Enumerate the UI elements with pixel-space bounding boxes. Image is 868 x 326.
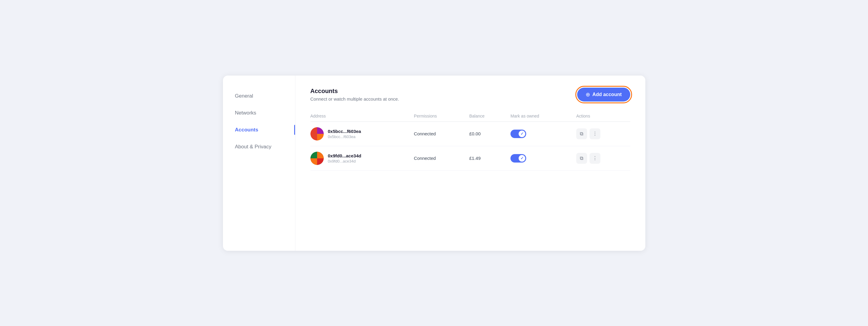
address-cell-2: 0x9fd0...ace34d 0x9fd0...ace34d <box>310 146 410 170</box>
sidebar-item-general[interactable]: General <box>223 88 295 105</box>
page-subtitle: Connect or watch multiple accounts at on… <box>310 97 399 102</box>
col-actions: Actions <box>572 111 630 122</box>
actions-cell-2: ⧉ ⋮ <box>572 146 630 170</box>
copy-button-1[interactable]: ⧉ <box>576 128 587 139</box>
check-icon-1: ✓ <box>521 131 524 136</box>
header-text: Accounts Connect or watch multiple accou… <box>310 88 399 102</box>
col-balance: Balance <box>466 111 507 122</box>
col-address: Address <box>310 111 410 122</box>
copy-icon-1: ⧉ <box>580 131 583 137</box>
toggle-cell-2: ✓ <box>507 146 572 170</box>
sidebar: General Networks Accounts About & Privac… <box>223 76 296 251</box>
check-icon-2: ✓ <box>521 156 524 160</box>
actions-cell-1: ⧉ ⋮ <box>572 121 630 146</box>
accounts-table: Address Permissions Balance Mark as owne… <box>310 111 630 171</box>
settings-container: General Networks Accounts About & Privac… <box>223 76 645 251</box>
col-permissions: Permissions <box>410 111 466 122</box>
dots-icon-2: ⋮ <box>593 155 597 161</box>
address-cell-1: 0x5bcc...f603ea 0x5bcc...f603ea <box>310 121 410 146</box>
permissions-cell-1: Connected <box>410 121 466 146</box>
toggle-knob-1: ✓ <box>519 131 525 137</box>
avatar-1 <box>310 127 324 140</box>
sidebar-item-about-privacy[interactable]: About & Privacy <box>223 138 295 155</box>
col-mark-as-owned: Mark as owned <box>507 111 572 122</box>
table-row: 0x9fd0...ace34d 0x9fd0...ace34d Connecte… <box>310 146 630 170</box>
more-options-button-1[interactable]: ⋮ <box>590 128 600 139</box>
table-row: 0x5bcc...f603ea 0x5bcc...f603ea Connecte… <box>310 121 630 146</box>
permissions-cell-2: Connected <box>410 146 466 170</box>
main-content: Accounts Connect or watch multiple accou… <box>296 76 645 251</box>
avatar-2 <box>310 152 324 165</box>
add-account-button[interactable]: ⊕ Add account <box>577 88 630 102</box>
address-sub-1: 0x5bcc...f603ea <box>328 134 361 139</box>
sidebar-item-accounts[interactable]: Accounts <box>223 121 295 138</box>
dots-icon-1: ⋮ <box>593 131 597 137</box>
address-sub-2: 0x9fd0...ace34d <box>328 159 362 163</box>
copy-button-2[interactable]: ⧉ <box>576 153 587 164</box>
balance-cell-2: £1.49 <box>466 146 507 170</box>
toggle-cell-1: ✓ <box>507 121 572 146</box>
page-header: Accounts Connect or watch multiple accou… <box>310 88 630 102</box>
sidebar-item-networks[interactable]: Networks <box>223 105 295 121</box>
plus-icon: ⊕ <box>586 91 590 98</box>
address-main-1: 0x5bcc...f603ea <box>328 129 361 134</box>
mark-owned-toggle-2[interactable]: ✓ <box>510 154 526 163</box>
account-info-1: 0x5bcc...f603ea 0x5bcc...f603ea <box>328 129 361 139</box>
table-body: 0x5bcc...f603ea 0x5bcc...f603ea Connecte… <box>310 121 630 170</box>
page-title: Accounts <box>310 88 399 94</box>
account-info-2: 0x9fd0...ace34d 0x9fd0...ace34d <box>328 153 362 163</box>
sidebar-nav: General Networks Accounts About & Privac… <box>223 88 295 155</box>
more-options-button-2[interactable]: ⋮ <box>590 153 600 164</box>
mark-owned-toggle-1[interactable]: ✓ <box>510 130 526 138</box>
table-header: Address Permissions Balance Mark as owne… <box>310 111 630 122</box>
address-main-2: 0x9fd0...ace34d <box>328 153 362 158</box>
balance-cell-1: £0.00 <box>466 121 507 146</box>
copy-icon-2: ⧉ <box>580 156 583 161</box>
toggle-knob-2: ✓ <box>519 155 525 162</box>
